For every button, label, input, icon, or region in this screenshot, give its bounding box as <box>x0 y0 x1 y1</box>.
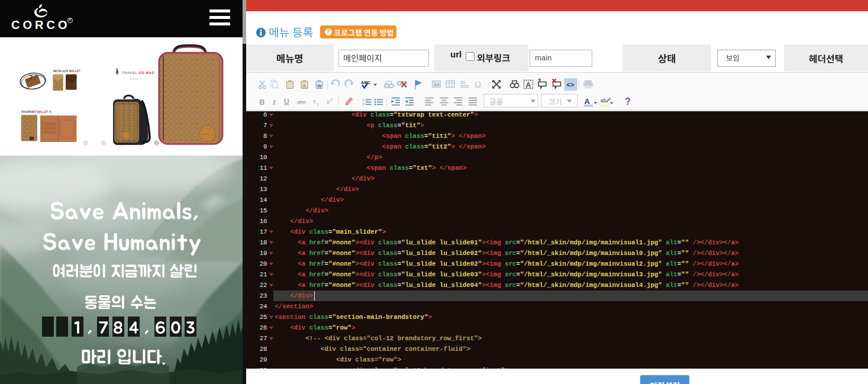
svg-text:SINCE: SINCE <box>130 78 138 80</box>
svg-text:2: 2 <box>317 102 319 107</box>
svg-text:W: W <box>317 83 322 89</box>
svg-text:corco: corco <box>204 133 211 135</box>
svg-text:?: ? <box>625 96 631 107</box>
svg-text:2: 2 <box>363 102 365 106</box>
svg-text:A: A <box>303 83 306 89</box>
svg-text:x: x <box>327 99 330 105</box>
svg-text:U: U <box>284 98 289 106</box>
svg-text:PASSPORT WALLET 7t: PASSPORT WALLET 7t <box>21 111 51 114</box>
svg-text:TRAVEL GO BAG: TRAVEL GO BAG <box>122 70 154 75</box>
svg-text:B: B <box>259 98 264 107</box>
svg-text:NECKLACE WALLET: NECKLACE WALLET <box>53 70 80 73</box>
svg-text:2: 2 <box>330 97 333 102</box>
svg-text:A: A <box>526 81 531 89</box>
svg-text:<>: <> <box>567 82 575 89</box>
svg-text:ABC: ABC <box>361 80 371 85</box>
svg-text:Ω: Ω <box>475 80 481 89</box>
svg-text:x: x <box>313 98 316 105</box>
svg-text:I: I <box>272 98 276 107</box>
svg-text:A: A <box>585 97 591 106</box>
svg-text:1: 1 <box>363 98 365 102</box>
svg-text:ab: ab <box>601 98 606 104</box>
